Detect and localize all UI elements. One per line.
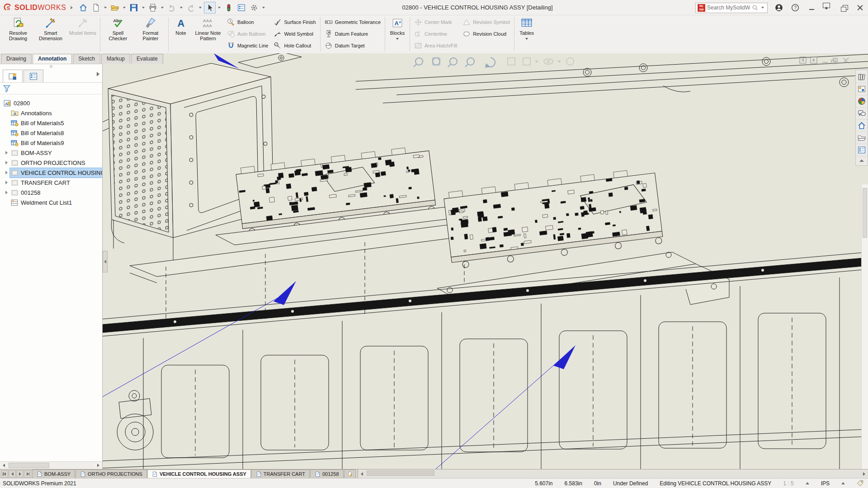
print-button[interactable] [147, 2, 159, 14]
restore-button[interactable] [839, 3, 849, 13]
filter-funnel-icon[interactable] [3, 84, 11, 93]
tree-item-transfer-cart[interactable]: TRANSFER CART [0, 178, 102, 188]
tree-item-vehicle-control-housing-ass[interactable]: VEHICLE CONTROL HOUSING ASS [0, 168, 102, 178]
surface-finish-button[interactable]: Surface Finish [271, 16, 318, 28]
scale-caret[interactable] [806, 482, 809, 484]
taskpane-forum-button[interactable] [856, 108, 868, 120]
format-painter-button[interactable]: Format Painter [134, 15, 167, 53]
panel-splitter-grip[interactable] [0, 64, 102, 68]
command-tab-sketch[interactable]: Sketch [73, 54, 100, 64]
auto-balloon-button[interactable]: Auto Balloon [224, 28, 271, 40]
tab-feature-tree[interactable] [3, 70, 23, 82]
search-input[interactable] [707, 5, 750, 11]
balloon-button[interactable]: Balloon [224, 16, 271, 28]
vertical-scrollbar[interactable] [861, 184, 868, 469]
tree-item-ortho-projections[interactable]: ORTHO PROJECTIONS [0, 158, 102, 168]
home-button[interactable] [77, 2, 89, 14]
tables-button[interactable]: Tables [516, 15, 538, 53]
model-items-button[interactable]: Model Items [67, 15, 99, 53]
search-box[interactable]: MySW [695, 3, 768, 13]
resolve-drawing-button[interactable]: Resolve Drawing [2, 15, 34, 53]
unit-system[interactable]: IPS [821, 480, 830, 487]
scroll-track[interactable] [366, 469, 860, 478]
scroll-right-button[interactable] [94, 462, 102, 469]
spell-checker-button[interactable]: Spell Checker [102, 15, 134, 53]
select-button[interactable] [204, 2, 216, 14]
expand-arrow[interactable] [3, 191, 10, 194]
geometric-tolerance-button[interactable]: Geometric Tolerance [322, 16, 383, 28]
save-button[interactable] [128, 2, 140, 14]
expand-arrow[interactable] [3, 171, 10, 174]
command-tab-drawing[interactable]: Drawing [1, 54, 32, 64]
sheet-tab-ortho-projections[interactable]: ORTHO PROJECTIONS [75, 469, 147, 478]
panel-horizontal-scrollbar[interactable] [0, 461, 102, 469]
undo-button[interactable] [166, 2, 178, 14]
sheet-tab-transfer-cart[interactable]: TRANSFER CART [251, 469, 310, 478]
scroll-left-button[interactable] [0, 462, 8, 469]
add-sheet-button[interactable] [344, 469, 356, 478]
tree-item-001258[interactable]: 001258 [0, 188, 102, 197]
magnetic-line-button[interactable]: Magnetic Line [224, 40, 271, 52]
weld-symbol-button[interactable]: Weld Symbol [271, 28, 318, 40]
panel-expand-arrow[interactable] [97, 72, 99, 76]
new-document-caret[interactable] [104, 7, 107, 9]
tree-item-weldment-cut-list1[interactable]: Weldment Cut List1 [0, 197, 102, 207]
sheet-tab-001258[interactable]: 001258 [310, 469, 344, 478]
taskpane-collapse-chevron[interactable] [856, 156, 868, 164]
blocks-button[interactable]: Blocks [387, 15, 408, 53]
last-sheet-button[interactable] [24, 470, 31, 478]
search-icon[interactable] [752, 5, 758, 11]
tree-item-bill-of-materials9[interactable]: Bill of Materials9 [0, 138, 102, 148]
sheet-tab-bom-assy[interactable]: BOM-ASSY [32, 469, 75, 478]
linear-note-pattern-button[interactable]: Linear Note Pattern [192, 15, 224, 53]
user-account-button[interactable] [774, 3, 784, 13]
scroll-thumb[interactable] [367, 470, 434, 476]
menu-expand-caret[interactable] [71, 6, 73, 9]
units-caret[interactable] [841, 482, 845, 484]
minimize-button[interactable] [807, 3, 816, 13]
revision-cloud-button[interactable]: Revision Cloud [460, 28, 513, 40]
new-document-button[interactable] [90, 2, 102, 14]
redo-caret[interactable] [199, 7, 202, 9]
heads-up-toolbar[interactable] [414, 58, 574, 68]
redo-button[interactable] [185, 2, 197, 14]
revision-symbol-button[interactable]: Revision Symbol [460, 16, 513, 28]
taskpane-design-library-button[interactable] [856, 83, 868, 95]
datum-target-button[interactable]: Datum Target [322, 40, 383, 52]
split-display-button[interactable] [823, 3, 833, 13]
expand-arrow[interactable] [3, 161, 10, 164]
sheet-tab-vehicle-control-housing-assy[interactable]: VEHICLE CONTROL HOUSING ASSY [147, 469, 251, 478]
scroll-left-button[interactable] [358, 470, 366, 478]
tree-item-bom-assy[interactable]: BOM-ASSY [0, 148, 102, 158]
scroll-right-button[interactable] [860, 470, 868, 478]
taskpane-custom-properties-button[interactable] [856, 144, 868, 156]
taskpane-home-button[interactable] [856, 120, 868, 132]
panel-collapse-grip[interactable] [103, 251, 108, 272]
options-caret[interactable] [262, 7, 265, 9]
drawing-canvas[interactable] [103, 53, 868, 469]
centerline-button[interactable]: Centerline [411, 28, 460, 40]
note-button[interactable]: Note [170, 15, 192, 53]
expand-arrow[interactable] [3, 181, 10, 184]
taskpane-resources-button[interactable] [856, 71, 868, 83]
undo-caret[interactable] [180, 7, 183, 9]
sheet-scale[interactable]: 1 : 5 [783, 480, 793, 487]
graphics-area[interactable] [103, 53, 868, 469]
file-properties-button[interactable] [236, 2, 247, 14]
command-tab-annotation[interactable]: Annotation [33, 54, 72, 64]
scroll-track[interactable] [8, 462, 94, 469]
search-scope-caret[interactable] [761, 7, 764, 9]
tab-display-manager[interactable] [24, 70, 43, 82]
open-button[interactable] [109, 2, 121, 14]
open-caret[interactable] [123, 7, 126, 9]
expand-arrow[interactable] [3, 151, 10, 155]
taskpane-open-file-button[interactable] [856, 132, 868, 144]
center-mark-button[interactable]: Center Mark [411, 16, 460, 28]
smart-dimension-button[interactable]: Smart Dimension [34, 15, 67, 53]
select-caret[interactable] [218, 7, 221, 9]
taskpane-3d-content-central-button[interactable] [856, 95, 868, 108]
options-button[interactable] [248, 2, 260, 14]
vertical-scroll-thumb[interactable] [863, 188, 867, 238]
print-caret[interactable] [161, 7, 164, 9]
graphics-horizontal-scrollbar[interactable] [358, 469, 868, 478]
